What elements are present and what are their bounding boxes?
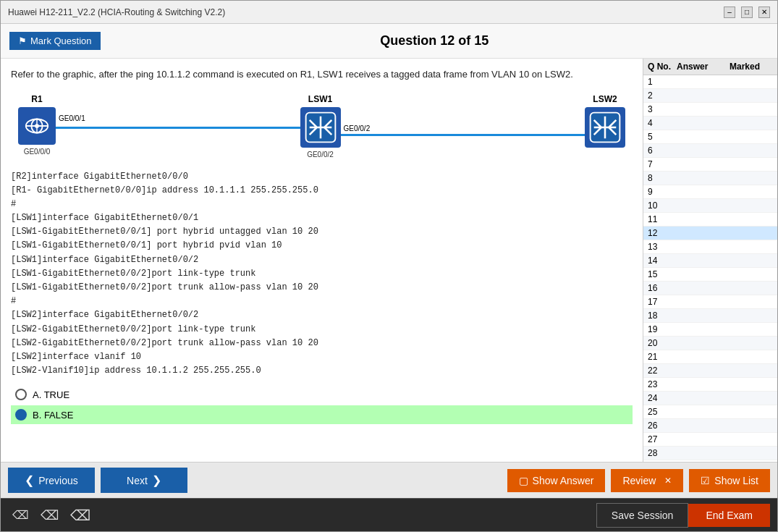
code-line-2: [R1- GigabitEthernet0/0/0]ip address 10.… — [11, 184, 633, 198]
code-line-3: # — [11, 198, 633, 211]
sidebar-qno: 10 — [648, 200, 677, 211]
sidebar-item[interactable]: 19 — [643, 323, 777, 337]
sidebar-item[interactable]: 1 — [643, 75, 777, 89]
code-line-1: [R2]interface GigabitEthernet0/0/0 — [11, 170, 633, 184]
sidebar-marked — [730, 283, 773, 293]
sidebar-marked — [730, 118, 773, 128]
sidebar-item[interactable]: 25 — [643, 405, 777, 419]
sidebar-item[interactable]: 8 — [643, 172, 777, 185]
previous-button[interactable]: ❮ Previous — [8, 468, 95, 493]
mark-question-button[interactable]: ⚑ Mark Question — [9, 32, 101, 50]
lsw1-icon — [300, 107, 341, 148]
toolbar: ⚑ Mark Question Question 12 of 15 — [1, 24, 777, 59]
code-line-7: [LSW1]interface GigabitEthernet0/0/2 — [11, 253, 633, 267]
bottom-navigation: ❮ Previous Next ❯ ▢ Show Answer Review ✕… — [1, 462, 777, 498]
sidebar-marked — [730, 297, 773, 307]
sidebar-answer — [677, 379, 730, 389]
sidebar-answer — [677, 214, 730, 224]
sidebar-marked — [730, 214, 773, 224]
option-b-radio[interactable] — [15, 409, 27, 421]
question-text: Refer to the graphic, after the ping 10.… — [11, 67, 633, 82]
sidebar-answer — [677, 324, 730, 334]
sidebar-answer — [677, 90, 730, 101]
next-button[interactable]: Next ❯ — [101, 468, 187, 493]
sidebar-answer — [677, 448, 730, 458]
sidebar-item[interactable]: 17 — [643, 295, 777, 309]
sidebar-answer — [677, 434, 730, 444]
sidebar-item[interactable]: 2 — [643, 89, 777, 103]
option-b[interactable]: B. FALSE — [11, 405, 633, 424]
sidebar-qno: 5 — [648, 132, 677, 142]
sidebar-item[interactable]: 28 — [643, 447, 777, 460]
sidebar-answer — [677, 159, 730, 169]
zoom-medium-icon: ⌫ — [41, 508, 59, 523]
lsw2-left-port-label: GE0/0/2 — [341, 124, 371, 132]
option-a[interactable]: A. TRUE — [11, 385, 633, 404]
sidebar-item[interactable]: 15 — [643, 268, 777, 282]
sidebar-qno: 13 — [648, 242, 677, 252]
sidebar-item[interactable]: 4 — [643, 117, 777, 130]
sidebar-item[interactable]: 20 — [643, 337, 777, 350]
sidebar-answer — [677, 173, 730, 183]
sidebar-item[interactable]: 27 — [643, 433, 777, 447]
sidebar-marked — [730, 173, 773, 183]
sidebar-item[interactable]: 11 — [643, 213, 777, 227]
save-session-button[interactable]: Save Session — [596, 503, 689, 528]
prev-label: Previous — [38, 475, 77, 486]
sidebar-qno: 11 — [648, 214, 677, 224]
sidebar-answer — [677, 228, 730, 238]
sidebar-item[interactable]: 13 — [643, 240, 777, 254]
zoom-in-button[interactable]: ⌫ — [66, 505, 95, 525]
sidebar-qno: 28 — [648, 448, 677, 458]
sidebar-item[interactable]: 22 — [643, 364, 777, 378]
sidebar-answer — [677, 338, 730, 348]
sidebar-item[interactable]: 3 — [643, 103, 777, 117]
sidebar-item[interactable]: 10 — [643, 199, 777, 213]
next-chevron-icon: ❯ — [152, 473, 161, 487]
sidebar-item[interactable]: 21 — [643, 350, 777, 364]
save-label: Save Session — [612, 510, 674, 521]
option-a-radio[interactable] — [15, 389, 27, 400]
show-answer-checkbox-icon: ▢ — [519, 475, 528, 486]
sidebar-qno: 15 — [648, 269, 677, 279]
sidebar-answer — [677, 407, 730, 417]
answer-options: A. TRUE B. FALSE — [11, 385, 633, 424]
sidebar-item[interactable]: 5 — [643, 130, 777, 144]
sidebar-answer — [677, 283, 730, 293]
sidebar-item[interactable]: 9 — [643, 185, 777, 199]
review-button[interactable]: Review ✕ — [611, 469, 683, 492]
sidebar-marked — [730, 407, 773, 417]
show-answer-button[interactable]: ▢ Show Answer — [507, 469, 606, 492]
sidebar-item[interactable]: 7 — [643, 158, 777, 172]
sidebar-item[interactable]: 24 — [643, 392, 777, 405]
show-list-button[interactable]: ☑ Show List — [689, 469, 770, 492]
sidebar-marked — [730, 242, 773, 252]
sidebar-item[interactable]: 26 — [643, 419, 777, 433]
end-exam-button[interactable]: End Exam — [688, 504, 770, 527]
close-button[interactable]: ✕ — [758, 7, 770, 18]
next-label: Next — [127, 475, 148, 486]
sidebar-item[interactable]: 14 — [643, 254, 777, 268]
sidebar-marked — [730, 159, 773, 169]
sidebar-col-marked: Marked — [730, 62, 773, 72]
code-line-12: [LSW2-GigabitEthernet0/0/2]port link-typ… — [11, 323, 633, 337]
sidebar-marked — [730, 366, 773, 376]
main-window: Huawei H12-211_V2.2 (HCIA-Routing & Swit… — [0, 0, 778, 532]
sidebar-marked — [730, 311, 773, 321]
sidebar-item[interactable]: 12 — [643, 227, 777, 240]
code-line-9: [LSW1-GigabitEthernet0/0/2]port trunk al… — [11, 281, 633, 295]
window-controls: – □ ✕ — [724, 7, 770, 18]
maximize-button[interactable]: □ — [741, 7, 753, 18]
zoom-out-button[interactable]: ⌫ — [8, 505, 33, 525]
minimize-button[interactable]: – — [724, 7, 735, 18]
sidebar-answer — [677, 366, 730, 376]
sidebar-item[interactable]: 6 — [643, 144, 777, 158]
code-line-15: [LSW2-Vlanif10]ip address 10.1.1.2 255.2… — [11, 364, 633, 378]
show-list-label: Show List — [714, 475, 758, 486]
sidebar-item[interactable]: 18 — [643, 309, 777, 323]
code-line-11: [LSW2]interface GigabitEthernet0/0/2 — [11, 308, 633, 322]
sidebar-answer — [677, 297, 730, 307]
sidebar-item[interactable]: 23 — [643, 378, 777, 392]
zoom-reset-button[interactable]: ⌫ — [36, 505, 63, 525]
sidebar-item[interactable]: 16 — [643, 282, 777, 295]
